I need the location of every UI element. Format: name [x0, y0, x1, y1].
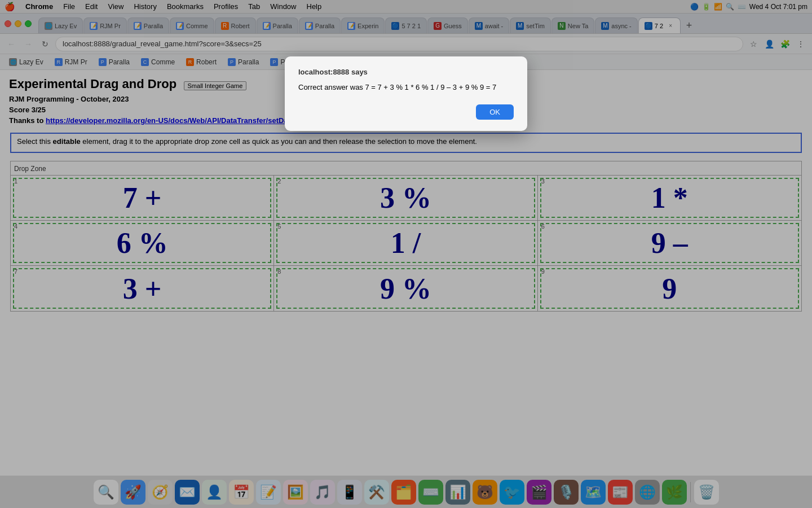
dialog-message: Correct answer was 7 = 7 + 3 % 1 * 6 % 1… [298, 82, 514, 93]
dialog-footer: OK [298, 104, 514, 120]
dialog-overlay: localhost:8888 says Correct answer was 7… [0, 0, 812, 508]
dialog-box: localhost:8888 says Correct answer was 7… [285, 56, 527, 131]
dialog-title: localhost:8888 says [298, 68, 514, 76]
dialog-ok-button[interactable]: OK [476, 104, 514, 120]
